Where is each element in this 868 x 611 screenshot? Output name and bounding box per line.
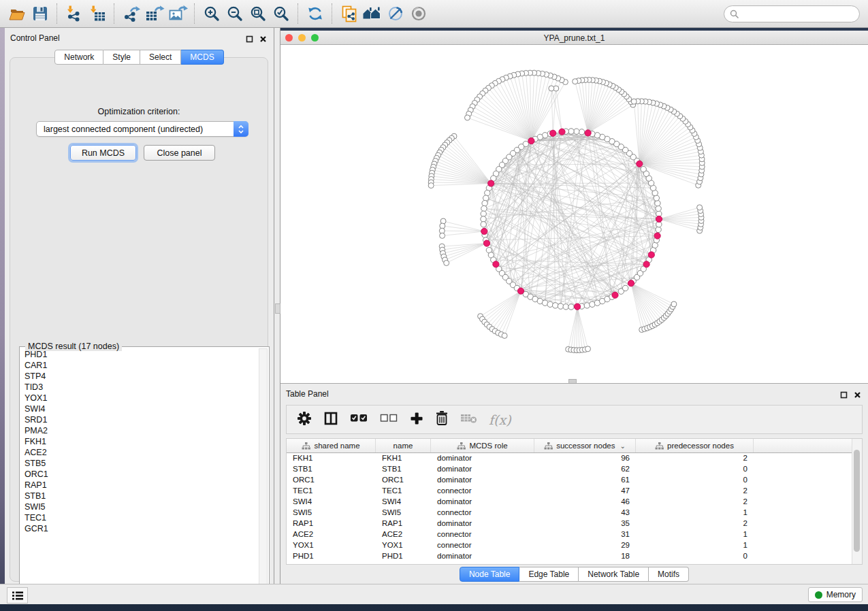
tab-node-table[interactable]: Node Table bbox=[460, 567, 520, 582]
zoom-in-button[interactable] bbox=[200, 3, 223, 24]
dropdown-stepper-icon bbox=[234, 121, 248, 137]
mcds-result-item[interactable]: STP4 bbox=[21, 371, 258, 382]
show-eye-button[interactable] bbox=[407, 3, 430, 24]
close-panel-button[interactable]: Close panel bbox=[144, 145, 215, 161]
mcds-result-item[interactable]: SWI4 bbox=[21, 403, 258, 414]
delete-column-button[interactable] bbox=[435, 410, 449, 429]
refresh-layout-button[interactable] bbox=[304, 3, 327, 24]
mcds-result-item[interactable]: FKH1 bbox=[21, 436, 258, 447]
network-graph[interactable] bbox=[280, 45, 868, 383]
save-session-button[interactable] bbox=[29, 3, 52, 24]
mcds-result-item[interactable]: GCR1 bbox=[21, 523, 258, 534]
mcds-result-item[interactable]: SWI5 bbox=[21, 501, 258, 512]
cell-name: TEC1 bbox=[376, 486, 431, 495]
table-row[interactable]: RAP1RAP1dominator352 bbox=[287, 518, 852, 529]
zoom-fit-button[interactable] bbox=[246, 3, 270, 24]
vertical-splitter[interactable] bbox=[274, 28, 280, 584]
network-from-file-button[interactable] bbox=[338, 3, 361, 24]
column-header-shared-name[interactable]: shared name bbox=[287, 439, 376, 452]
control-panel-title: Control Panel bbox=[10, 33, 60, 43]
list-icon bbox=[12, 591, 23, 600]
close-panel-icon[interactable] bbox=[854, 389, 861, 401]
table-tabs: Node TableEdge TableNetwork TableMotifs bbox=[280, 567, 868, 582]
mcds-result-item[interactable]: YOX1 bbox=[21, 393, 258, 403]
open-session-button[interactable] bbox=[5, 3, 29, 24]
zoom-out-button[interactable] bbox=[223, 3, 246, 24]
network-canvas[interactable] bbox=[280, 45, 868, 383]
export-image-icon bbox=[167, 5, 188, 22]
column-header-successor-nodes[interactable]: successor nodes⌄ bbox=[534, 439, 636, 452]
cell-shared-name: PHD1 bbox=[287, 552, 376, 560]
table-row[interactable]: TEC1TEC1connector472 bbox=[287, 485, 852, 496]
export-table-button[interactable] bbox=[143, 3, 166, 24]
table-row[interactable]: YOX1YOX1connector291 bbox=[287, 540, 852, 550]
column-header-predecessor-nodes[interactable]: predecessor nodes bbox=[636, 439, 754, 452]
table-row[interactable]: PHD1PHD1dominator180 bbox=[287, 550, 852, 561]
cell-MCDS-role: dominator bbox=[431, 552, 534, 560]
mcds-result-item[interactable]: ORC1 bbox=[21, 469, 258, 480]
table-row[interactable]: SWI5SWI5connector431 bbox=[287, 507, 852, 518]
criterion-dropdown[interactable]: largest connected component (undirected) bbox=[36, 121, 248, 137]
cell-name: PHD1 bbox=[376, 552, 431, 560]
tab-network-table[interactable]: Network Table bbox=[579, 567, 649, 582]
memory-button[interactable]: Memory bbox=[808, 587, 863, 602]
float-panel-icon[interactable] bbox=[840, 389, 848, 401]
float-panel-icon[interactable] bbox=[246, 33, 253, 46]
cell-shared-name: SWI5 bbox=[287, 508, 376, 516]
mcds-result-item[interactable]: SRD1 bbox=[21, 414, 258, 425]
mcds-list-scrollbar[interactable] bbox=[259, 348, 268, 599]
scrollbar-thumb[interactable] bbox=[854, 450, 860, 552]
import-network-button[interactable] bbox=[63, 3, 86, 24]
tab-mcds[interactable]: MCDS bbox=[181, 50, 223, 65]
tab-style[interactable]: Style bbox=[103, 50, 140, 65]
splitter-handle[interactable] bbox=[275, 303, 280, 314]
table-settings-button[interactable] bbox=[297, 411, 312, 429]
mcds-result-item[interactable]: CAR1 bbox=[21, 360, 258, 371]
table-row[interactable]: STB1STB1dominator620 bbox=[287, 463, 852, 474]
mcds-result-item[interactable]: PMA2 bbox=[21, 425, 258, 436]
show-columns-button[interactable] bbox=[323, 411, 338, 429]
hide-toggle-button[interactable] bbox=[384, 3, 407, 24]
tab-select[interactable]: Select bbox=[140, 50, 181, 65]
close-panel-icon[interactable] bbox=[259, 33, 267, 46]
memory-status-icon bbox=[815, 591, 822, 599]
mcds-result-item[interactable]: TID3 bbox=[21, 382, 258, 393]
import-table-button[interactable] bbox=[86, 3, 109, 24]
zoom-selected-button[interactable] bbox=[270, 3, 293, 24]
houses-button[interactable] bbox=[361, 3, 384, 24]
mcds-result-item[interactable]: ACE2 bbox=[21, 447, 258, 458]
column-header-name[interactable]: name bbox=[376, 439, 431, 452]
cell-successor-nodes: 47 bbox=[534, 486, 636, 495]
mcds-result-item[interactable]: TEC1 bbox=[21, 512, 258, 523]
table-row[interactable]: ORC1ORC1dominator610 bbox=[287, 474, 852, 485]
search-input[interactable] bbox=[724, 5, 860, 22]
network-file-icon bbox=[340, 5, 359, 23]
cell-MCDS-role: dominator bbox=[431, 465, 534, 473]
export-image-button[interactable] bbox=[166, 3, 189, 24]
tab-network[interactable]: Network bbox=[54, 50, 103, 65]
mcds-result-item[interactable]: STB1 bbox=[21, 491, 258, 501]
table-scrollbar[interactable] bbox=[852, 439, 862, 564]
select-all-button[interactable] bbox=[350, 413, 368, 426]
cell-shared-name: FKH1 bbox=[287, 454, 376, 462]
network-titlebar[interactable]: YPA_prune.txt_1 bbox=[280, 31, 868, 45]
tab-edge-table[interactable]: Edge Table bbox=[519, 567, 579, 582]
task-history-button[interactable] bbox=[7, 587, 28, 604]
column-header-MCDS-role[interactable]: MCDS role bbox=[431, 439, 534, 452]
run-mcds-button[interactable]: Run MCDS bbox=[70, 145, 136, 161]
table-row[interactable]: FKH1FKH1dominator962 bbox=[287, 452, 852, 463]
table-row[interactable]: SWI4SWI4dominator462 bbox=[287, 496, 852, 507]
cell-successor-nodes: 61 bbox=[534, 476, 636, 484]
mcds-result-item[interactable]: PHD1 bbox=[21, 349, 258, 360]
table-toolbar: f(x) bbox=[286, 405, 863, 434]
column-label: predecessor nodes bbox=[667, 442, 734, 450]
table-row[interactable]: ACE2ACE2connector311 bbox=[287, 529, 852, 540]
tab-motifs[interactable]: Motifs bbox=[649, 567, 689, 582]
cell-successor-nodes: 62 bbox=[534, 465, 636, 473]
mcds-result-item[interactable]: STB5 bbox=[21, 458, 258, 469]
add-column-button[interactable] bbox=[410, 412, 423, 428]
cell-MCDS-role: dominator bbox=[431, 454, 534, 462]
mcds-result-item[interactable]: RAP1 bbox=[21, 480, 258, 491]
export-network-button[interactable] bbox=[120, 3, 143, 24]
deselect-all-button[interactable] bbox=[380, 413, 398, 426]
